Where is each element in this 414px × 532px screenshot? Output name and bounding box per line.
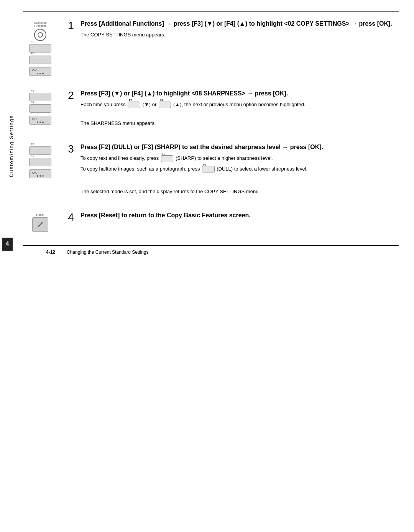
step-4-section: Reset 4 Press [Reset] to return to the C… — [23, 211, 399, 232]
step-2-body-line1: Each time you press F3 (▼) or F4 (▲), th… — [80, 101, 399, 108]
main-content: Additional Functions F3 F4 — [19, 0, 414, 532]
ok-dot4 — [37, 122, 38, 123]
ok-btn-step2: OK — [29, 116, 51, 125]
svg-line-0 — [38, 222, 43, 227]
ok-dot6 — [42, 122, 44, 123]
step-1-content: Press [Additional Functions] → press [F3… — [80, 20, 399, 41]
step-1-number: 1 — [65, 20, 77, 32]
f3-btn-step1: F3 — [29, 44, 51, 53]
step-1-body-line1: The COPY SETTINGS menu appears. — [80, 31, 399, 39]
step3-text1b: (SHARP) to select a higher sharpness lev… — [176, 155, 273, 161]
step-3-number: 3 — [65, 143, 77, 155]
step-3-section: F2 F3 OK — [23, 143, 399, 198]
step-2-body-sharpness: The SHARPNESS menu appears. — [80, 120, 399, 127]
step-1-heading-text: Press [Additional Functions] → press [F3… — [80, 20, 392, 27]
f2-button-icon-step3: F2 — [29, 146, 51, 155]
ok-button-icon-step2: OK — [29, 116, 51, 125]
footer-page-ref: 4-12 — [46, 250, 55, 255]
f3-btn-step3: F3 — [29, 158, 51, 166]
step-2-body: Each time you press F3 (▼) or F4 (▲), th… — [80, 101, 399, 127]
step-3-heading: Press [F2] (DULL) or [F3] (SHARP) to set… — [80, 143, 399, 151]
step-3-body-line2: To copy halftone images, such as a photo… — [80, 165, 399, 173]
f4-btn-step2: F4 — [29, 104, 51, 113]
ok-dot8 — [39, 175, 41, 177]
step-3-heading-text: Press [F2] (DULL) or [F3] (SHARP) to set… — [80, 144, 323, 150]
step-2-section: F3 F4 OK — [23, 89, 399, 130]
ok-button-icon-step3: OK — [29, 169, 51, 178]
reset-slash-icon — [36, 220, 44, 229]
step-2-heading: Press [F3] (▼) or [F4] (▲) to highlight … — [80, 89, 399, 98]
f3-button-icon-step2: F3 — [29, 93, 51, 101]
step-4-content: Press [Reset] to return to the Copy Basi… — [80, 211, 399, 223]
step-1-section: Additional Functions F3 F4 — [23, 20, 399, 76]
inline-f2-sup-step3: F2 — [203, 163, 206, 167]
f3-label-step1: F3 — [31, 40, 34, 44]
ok-dot3 — [42, 73, 44, 74]
inline-f3-sup: F3 — [129, 99, 132, 103]
step-2-number: 2 — [65, 89, 77, 102]
left-margin: 4 Customizing Settings — [0, 0, 19, 532]
additional-functions-circle — [34, 29, 46, 41]
step-1-icons: Additional Functions F3 F4 — [23, 21, 58, 76]
step2-text1: Each time you press — [80, 102, 126, 107]
page-number-tab: 4 — [2, 238, 13, 251]
step-3-body: To copy text and lines clearly, press F3… — [80, 154, 399, 195]
inline-f3-sup-step3: F3 — [162, 152, 165, 156]
reset-label: Reset — [36, 213, 44, 217]
step-3-body-line1: To copy text and lines clearly, press F3… — [80, 154, 399, 162]
step-4-icons: Reset — [23, 213, 58, 232]
ok-label-step2: OK — [31, 117, 37, 121]
f3-button-icon-step1: F3 — [29, 44, 51, 53]
step-3-body-line3: The selected mode is set, and the displa… — [80, 188, 399, 195]
step2-text2: (▼) or — [143, 102, 157, 107]
f4-label-step1: F4 — [31, 52, 34, 55]
page-footer: 4-12 Changing the Current Standard Setti… — [23, 246, 399, 259]
ok-dots-step2 — [37, 122, 44, 123]
step-1-heading: Press [Additional Functions] → press [F3… — [80, 20, 399, 28]
side-label: Customizing Settings — [8, 115, 14, 177]
step-2-content: Press [F3] (▼) or [F4] (▲) to highlight … — [80, 89, 399, 130]
f3-btn-step2: F3 — [29, 93, 51, 101]
ok-btn-step1: OK — [29, 67, 51, 76]
f2-btn-step3: F2 — [29, 146, 51, 155]
ok-dot2 — [39, 73, 41, 74]
step-4-number: 4 — [65, 211, 77, 223]
f3-label-step2: F3 — [31, 89, 34, 92]
step2-text3: (▲), the next or previous menu option be… — [173, 102, 306, 107]
ok-dot5 — [39, 122, 41, 123]
step-3-icons: F2 F3 OK — [23, 145, 58, 178]
reset-button-icon: Reset — [29, 213, 52, 232]
step-4-heading: Press [Reset] to return to the Copy Basi… — [80, 211, 399, 220]
ok-button-icon-step1: OK — [29, 67, 51, 76]
f4-label-step2: F4 — [31, 100, 34, 104]
top-divider — [23, 11, 399, 12]
f4-btn-step1: F4 — [29, 56, 51, 64]
ok-dots-step1 — [37, 73, 44, 74]
step-4-heading-text: Press [Reset] to return to the Copy Basi… — [80, 212, 251, 218]
additional-functions-inner — [38, 32, 43, 38]
f3-button-icon-step3: F3 — [29, 158, 51, 166]
ok-dot7 — [37, 175, 38, 177]
inline-f3-btn-step2: F3 — [128, 102, 140, 108]
f2-label-step3: F2 — [31, 143, 34, 146]
inline-f4-btn-step2: F4 — [159, 102, 171, 108]
step3-text2: To copy halftone images, such as a photo… — [80, 166, 200, 172]
ok-dot9 — [42, 175, 44, 177]
additional-functions-label: Additional Functions — [29, 21, 52, 28]
step3-text1: To copy text and lines clearly, press — [80, 155, 159, 161]
reset-btn — [32, 217, 48, 232]
ok-label-step3: OK — [31, 171, 37, 174]
additional-functions-button-icon: Additional Functions — [29, 21, 52, 41]
f4-button-icon-step2: F4 — [29, 104, 51, 113]
step-2-icons: F3 F4 OK — [23, 91, 58, 125]
step-3-content: Press [F2] (DULL) or [F3] (SHARP) to set… — [80, 143, 399, 198]
step-2-heading-text: Press [F3] (▼) or [F4] (▲) to highlight … — [80, 90, 288, 97]
ok-dots-step3 — [37, 175, 44, 177]
inline-f3-btn-step3: F3 — [161, 155, 174, 162]
step3-text2b: (DULL) to select a lower sharpness level… — [217, 166, 307, 172]
ok-dot1 — [37, 73, 38, 74]
step-1-body: The COPY SETTINGS menu appears. — [80, 31, 399, 39]
f3-label-step3: F3 — [31, 154, 34, 158]
inline-f4-sup: F4 — [160, 99, 163, 103]
ok-label-step1: OK — [31, 69, 37, 72]
